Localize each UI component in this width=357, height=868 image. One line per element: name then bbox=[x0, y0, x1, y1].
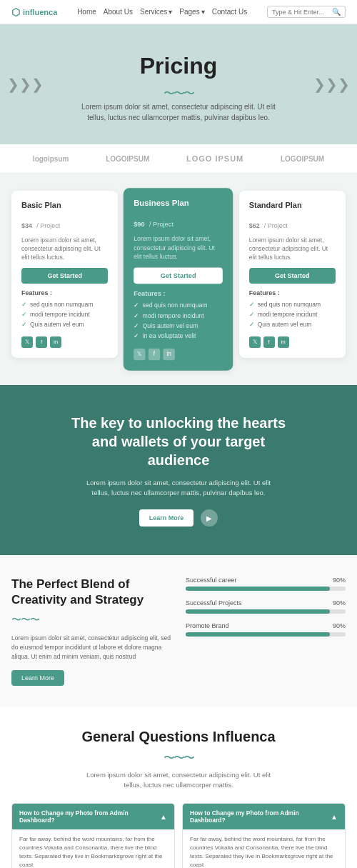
basic-plan-desc: Lorem ipsum dolor sit amet, consectetur … bbox=[21, 236, 108, 262]
progress-bar-fill-2 bbox=[186, 609, 330, 614]
blend-right: Successful career 90% Successful Project… bbox=[186, 577, 346, 645]
facebook-icon[interactable]: f bbox=[36, 336, 47, 348]
search-icon[interactable]: 🔍 bbox=[332, 8, 341, 16]
hero-section: ❯❯❯ Pricing 〜〜〜 Lorem ipsum dolor sit am… bbox=[0, 24, 357, 144]
nav-pages[interactable]: Pages▾ bbox=[179, 8, 204, 16]
blend-title: The Perfect Blend of Creativity and Stra… bbox=[11, 577, 171, 608]
nav-logo[interactable]: ⬡ influenca bbox=[11, 6, 57, 18]
chevron-icon: ▾ bbox=[201, 8, 205, 16]
logo-text: influenca bbox=[23, 8, 57, 16]
blend-description: Lorem ipsum dolor sit amet, consectetur … bbox=[11, 634, 171, 661]
basic-plan-price: $34 / Project bbox=[21, 214, 108, 232]
basic-plan-btn[interactable]: Get Started bbox=[21, 268, 108, 284]
logo-2: LOGOIPSUM bbox=[106, 155, 149, 163]
basic-plan-name: Basic Plan bbox=[21, 201, 108, 209]
faq-arrow-icon-r1: ▲ bbox=[331, 813, 338, 821]
faq-col-right: How to Change my Photo from Admin Dashbo… bbox=[182, 803, 346, 868]
nav-services[interactable]: Services▾ bbox=[140, 8, 172, 16]
cta-learn-btn[interactable]: Learn More bbox=[139, 509, 194, 527]
business-social-icons: 𝕏 f in bbox=[134, 348, 223, 359]
instagram-icon-s[interactable]: in bbox=[278, 336, 289, 348]
faq-squiggle: 〜〜〜 bbox=[11, 751, 346, 766]
business-feature-3: ✓Quis autem vel eum bbox=[134, 320, 223, 330]
faq-answer-right-1: Far far away, behind the word mountains,… bbox=[183, 829, 345, 868]
nav-search-box[interactable]: 🔍 bbox=[267, 6, 346, 18]
faq-item-right-1: How to Change my Photo from Admin Dashbo… bbox=[182, 803, 346, 868]
logo-3: LOGO IPSUM bbox=[186, 154, 243, 163]
standard-social-icons: 𝕏 f in bbox=[249, 336, 336, 348]
twitter-icon-s[interactable]: 𝕏 bbox=[249, 336, 261, 348]
business-feature-4: ✓in ea voluptate velit bbox=[134, 331, 223, 341]
page-title: Pricing bbox=[14, 53, 343, 79]
nav-home[interactable]: Home bbox=[77, 8, 96, 16]
faq-subtitle: Lorem ipsum dolor sit amet, consectetur … bbox=[86, 770, 271, 791]
faq-item-left-1: How to Change my Photo from Admin Dashbo… bbox=[11, 803, 175, 868]
search-input[interactable] bbox=[272, 9, 329, 16]
nav-links: Home About Us Services▾ Pages▾ Contact U… bbox=[77, 8, 247, 16]
progress-bar-bg-2 bbox=[186, 609, 346, 614]
navbar: ⬡ influenca Home About Us Services▾ Page… bbox=[0, 0, 357, 24]
blend-squiggle: 〜〜〜 bbox=[11, 614, 171, 627]
twitter-icon[interactable]: 𝕏 bbox=[21, 336, 33, 348]
standard-plan-btn[interactable]: Get Started bbox=[249, 268, 336, 284]
faq-arrow-icon: ▲ bbox=[160, 813, 167, 821]
logo-1: logoipsum bbox=[33, 155, 69, 163]
nav-about[interactable]: About Us bbox=[104, 8, 133, 16]
progress-brand: Promote Brand 90% bbox=[186, 622, 346, 637]
play-button[interactable]: ▶ bbox=[201, 509, 218, 527]
instagram-icon-b[interactable]: in bbox=[164, 348, 175, 359]
basic-feature-3: ✓Quis autem vel eum bbox=[21, 319, 108, 329]
basic-features-label: Features : bbox=[21, 289, 108, 296]
progress-bar-bg-3 bbox=[186, 632, 346, 637]
standard-features-label: Features : bbox=[249, 289, 336, 296]
standard-feature-2: ✓modi tempore incidunt bbox=[249, 309, 336, 319]
standard-plan-name: Standard Plan bbox=[249, 201, 336, 209]
facebook-icon-b[interactable]: f bbox=[149, 348, 160, 359]
hero-description: Lorem ipsum dolor sit amet, consectetur … bbox=[79, 101, 278, 123]
business-plan-desc: Lorem ipsum dolor sit amet, consectetur … bbox=[134, 235, 223, 261]
logo-icon: ⬡ bbox=[11, 6, 20, 18]
faq-answer-left-1: Far far away, behind the word mountains,… bbox=[12, 829, 174, 868]
cta-content: The key to unlocking the hearts and wall… bbox=[21, 414, 336, 527]
business-plan-card: Business Plan $90 / Project Lorem ipsum … bbox=[124, 188, 233, 370]
business-features-label: Features : bbox=[134, 289, 223, 296]
progress-bar-fill-3 bbox=[186, 632, 330, 637]
faq-section: General Questions Influenca 〜〜〜 Lorem ip… bbox=[0, 707, 357, 868]
faq-question-left-1[interactable]: How to Change my Photo from Admin Dashbo… bbox=[12, 804, 174, 829]
faq-grid: How to Change my Photo from Admin Dashbo… bbox=[11, 803, 346, 868]
standard-plan-desc: Lorem ipsum dolor sit amet, consectetur … bbox=[249, 236, 336, 262]
facebook-icon-s[interactable]: f bbox=[263, 336, 275, 348]
twitter-icon-b[interactable]: 𝕏 bbox=[134, 348, 146, 359]
basic-feature-1: ✓sed quis non numquam bbox=[21, 299, 108, 309]
logos-bar: logoipsum LOGOIPSUM LOGO IPSUM LOGOIPSUM bbox=[0, 144, 357, 174]
business-feature-1: ✓sed quis non numquam bbox=[134, 300, 223, 310]
logo-4: LOGOIPSUM bbox=[281, 155, 324, 163]
faq-title: General Questions Influenca bbox=[11, 729, 346, 745]
standard-plan-price: $62 / Project bbox=[249, 214, 336, 232]
standard-plan-card: Standard Plan $62 / Project Lorem ipsum … bbox=[239, 191, 346, 358]
progress-brand-label: Promote Brand 90% bbox=[186, 622, 346, 629]
progress-projects-label: Successful Projects 90% bbox=[186, 599, 346, 607]
business-plan-btn[interactable]: Get Started bbox=[134, 267, 223, 284]
progress-career-label: Successful career 90% bbox=[186, 577, 346, 584]
progress-career: Successful career 90% bbox=[186, 577, 346, 591]
blend-left: The Perfect Blend of Creativity and Stra… bbox=[11, 577, 171, 685]
faq-question-right-1[interactable]: How to Change my Photo from Admin Dashbo… bbox=[183, 804, 345, 829]
pricing-cards: Basic Plan $34 / Project Lorem ipsum dol… bbox=[11, 191, 346, 368]
blend-section: The Perfect Blend of Creativity and Stra… bbox=[0, 555, 357, 707]
cta-title: The key to unlocking the hearts and wall… bbox=[64, 414, 293, 469]
progress-bar-bg-1 bbox=[186, 587, 346, 591]
cta-description: Lorem ipsum dolor sit amet, consectetur … bbox=[86, 478, 271, 499]
standard-feature-1: ✓sed quis non numquam bbox=[249, 299, 336, 309]
hero-arrows-right: ❯❯❯ bbox=[313, 76, 350, 93]
business-plan-price: $90 / Project bbox=[134, 211, 223, 231]
chevron-icon: ▾ bbox=[169, 8, 172, 16]
progress-projects: Successful Projects 90% bbox=[186, 599, 346, 614]
blend-learn-btn[interactable]: Learn More bbox=[11, 670, 64, 686]
nav-contact[interactable]: Contact Us bbox=[212, 8, 247, 16]
basic-plan-card: Basic Plan $34 / Project Lorem ipsum dol… bbox=[11, 191, 118, 358]
instagram-icon[interactable]: in bbox=[50, 336, 61, 348]
pricing-section: Basic Plan $34 / Project Lorem ipsum dol… bbox=[0, 174, 357, 385]
standard-feature-3: ✓Quis autem vel eum bbox=[249, 319, 336, 329]
business-feature-2: ✓modi tempore incidunt bbox=[134, 310, 223, 320]
